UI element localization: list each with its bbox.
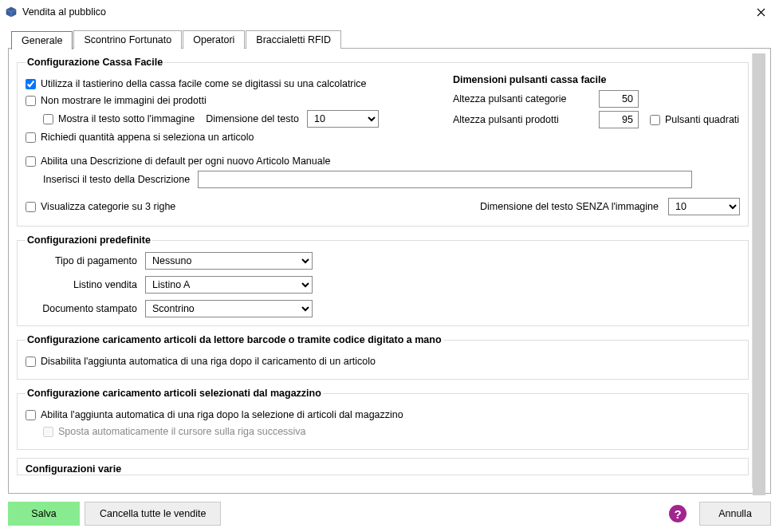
- cancel-button[interactable]: Annulla: [699, 502, 771, 526]
- chk-move-cursor-next: Sposta automaticamente il cursore sulla …: [43, 426, 306, 437]
- cancel-all-sales-button[interactable]: Cancella tutte le vendite: [85, 502, 221, 526]
- text-size-noimg-select[interactable]: 10: [668, 198, 740, 215]
- chk-use-calc-label: Utilizza il tastierino della cassa facil…: [41, 78, 367, 89]
- pay-type-label: Tipo di pagamento: [26, 255, 145, 266]
- group-predefinite: Configurazioni predefinite Tipo di pagam…: [17, 234, 749, 326]
- chk-enable-auto-row-mag[interactable]: Abilita l'aggiunta automatica di una rig…: [26, 409, 403, 420]
- group-barcode: Configurazione caricamento articoli da l…: [17, 334, 749, 380]
- tab-operatori[interactable]: Operatori: [183, 30, 245, 49]
- dim-prod-label: Altezza pulsanti prodotti: [453, 114, 592, 125]
- doc-label: Documento stampato: [26, 303, 145, 314]
- chk-require-qty-label: Richiedi quantità appena si seleziona un…: [41, 132, 254, 143]
- chk-square-buttons[interactable]: Pulsanti quadrati: [650, 114, 740, 125]
- app-icon: [5, 6, 18, 18]
- doc-select[interactable]: Scontrino: [145, 300, 313, 317]
- vertical-scrollbar[interactable]: [752, 53, 765, 488]
- chk-enable-auto-row-mag-label: Abilita l'aggiunta automatica di una rig…: [41, 409, 403, 420]
- chk-use-calc[interactable]: Utilizza il tastierino della cassa facil…: [26, 78, 367, 89]
- listino-label: Listino vendita: [26, 279, 145, 290]
- group-magazzino: Configurazione caricamento articoli sele…: [17, 388, 749, 450]
- desc-input-label: Inserisci il testo della Descrizione: [43, 174, 190, 185]
- chk-no-images-label: Non mostrare le immagini dei prodotti: [41, 95, 207, 106]
- footer: Salva Cancella tutte le vendite ? Annull…: [0, 495, 779, 532]
- group-cassa-facile: Configurazione Cassa Facile Utilizza il …: [17, 57, 749, 227]
- save-button[interactable]: Salva: [8, 502, 80, 526]
- pay-type-select[interactable]: Nessuno: [145, 252, 313, 270]
- tab-page-generale: Configurazione Cassa Facile Utilizza il …: [8, 48, 771, 494]
- chk-disable-auto-row-label: Disabilita l'aggiunta automatica di una …: [41, 356, 376, 367]
- dim-cat-input[interactable]: [599, 90, 639, 108]
- titlebar: Vendita al pubblico: [0, 0, 779, 24]
- window-title: Vendita al pubblico: [22, 6, 106, 18]
- tab-braccialetti-rfid[interactable]: Braccialetti RFID: [246, 30, 341, 49]
- chk-move-cursor-next-label: Sposta automaticamente il cursore sulla …: [58, 426, 306, 437]
- group-predefinite-legend: Configurazioni predefinite: [26, 234, 152, 246]
- chk-square-buttons-label: Pulsanti quadrati: [665, 114, 739, 125]
- text-size-noimg-label: Dimensione del testo SENZA l'immagine: [480, 201, 659, 212]
- group-varie-legend: Configurazioni varie: [26, 463, 121, 475]
- chk-text-under-image[interactable]: Mostra il testo sotto l'immagine: [43, 113, 195, 124]
- listino-select[interactable]: Listino A: [145, 276, 313, 294]
- desc-input[interactable]: [198, 171, 692, 188]
- tabs-bar: Generale Scontrino Fortunato Operatori B…: [11, 30, 771, 49]
- scrollbar-thumb[interactable]: [753, 53, 765, 504]
- text-size-select[interactable]: 10: [307, 110, 379, 128]
- chk-require-qty[interactable]: Richiedi quantità appena si seleziona un…: [26, 132, 254, 143]
- text-size-label: Dimensione del testo: [206, 113, 299, 124]
- chk-text-under-image-label: Mostra il testo sotto l'immagine: [58, 113, 195, 124]
- chk-enable-default-desc-label: Abilita una Descrizione di default per o…: [41, 156, 330, 167]
- dim-prod-input[interactable]: [599, 111, 639, 128]
- chk-categories-3rows-label: Visualizza categorie su 3 righe: [41, 201, 175, 212]
- chk-no-images[interactable]: Non mostrare le immagini dei prodotti: [26, 95, 207, 106]
- tab-scontrino-fortunato[interactable]: Scontrino Fortunato: [73, 30, 182, 49]
- dim-buttons-legend: Dimensioni pulsanti cassa facile: [453, 74, 740, 85]
- chk-categories-3rows[interactable]: Visualizza categorie su 3 righe: [26, 201, 175, 212]
- chk-enable-default-desc[interactable]: Abilita una Descrizione di default per o…: [26, 156, 330, 167]
- tab-generale[interactable]: Generale: [11, 31, 73, 49]
- group-barcode-legend: Configurazione caricamento articoli da l…: [26, 334, 443, 345]
- dim-cat-label: Altezza pulsanti categorie: [453, 93, 592, 104]
- group-magazzino-legend: Configurazione caricamento articoli sele…: [26, 388, 323, 399]
- help-icon[interactable]: ?: [669, 505, 687, 522]
- close-icon[interactable]: [742, 0, 779, 24]
- group-varie: Configurazioni varie: [17, 458, 749, 475]
- group-cassa-facile-legend: Configurazione Cassa Facile: [26, 57, 164, 68]
- chk-disable-auto-row[interactable]: Disabilita l'aggiunta automatica di una …: [26, 356, 376, 367]
